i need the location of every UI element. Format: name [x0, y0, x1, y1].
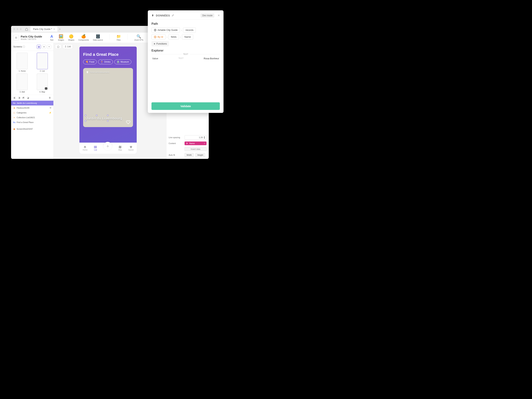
- phone-preview: Find a Great Place 🍕Food 🍷Drinks 🏛️Museu…: [79, 47, 137, 154]
- new-tab-button[interactable]: +: [59, 27, 61, 31]
- close-icon[interactable]: ×: [54, 28, 55, 31]
- path-name[interactable]: Name: [182, 34, 193, 39]
- layer-icon-4[interactable]: ◪: [26, 96, 30, 99]
- path-byid[interactable]: By Id: [152, 34, 165, 39]
- screen-thumb-home[interactable]: 1. Home: [13, 53, 32, 72]
- screen-thumb-list[interactable]: 2. List: [33, 53, 52, 72]
- layer-delete-icon[interactable]: 🗑: [48, 96, 51, 99]
- tool-components[interactable]: 🍊Components: [78, 34, 89, 41]
- layer-item[interactable]: AaJardin du Luxembourg: [11, 101, 53, 106]
- nav-home[interactable]: Home: [82, 145, 88, 151]
- data-icon[interactable]: ⚡: [49, 112, 51, 114]
- data-panel-title: DONNÉES: [156, 14, 170, 17]
- linespacing-input[interactable]: 1.20▲▼: [184, 135, 207, 140]
- layer-item[interactable]: ≡Collection-List16621: [11, 115, 53, 120]
- validate-button[interactable]: Validate: [152, 102, 220, 110]
- layers-toolbar: ◧ ◨ ◩ ◪ 🗑: [11, 95, 53, 101]
- path-section-label: Path: [152, 22, 220, 25]
- tab-title: Paris City Guide *: [33, 28, 52, 31]
- insert-data-button[interactable]: Insert data: [184, 147, 207, 151]
- text-icon: Aa: [13, 102, 16, 104]
- plug-icon: [152, 14, 154, 17]
- project-subtitle: Mobile / 667x375: [21, 38, 42, 40]
- layer-icon-2[interactable]: ◨: [17, 96, 21, 99]
- nav-map[interactable]: Map: [118, 145, 122, 151]
- explorer-value-row: Value TEXT Rosa Bonheur: [152, 55, 220, 62]
- tool-datasource[interactable]: 🗄️Data source: [93, 34, 103, 41]
- add-screen-button[interactable]: +: [47, 45, 51, 49]
- heart-icon[interactable]: [126, 120, 130, 125]
- location-label: 7ème arrondissement: [86, 71, 109, 74]
- breadcrumb-current[interactable]: 2. List: [63, 44, 73, 49]
- visibility-icon[interactable]: 👁: [50, 107, 51, 109]
- bottom-nav: Home List + Map Saved: [79, 143, 137, 154]
- autofit-height-button[interactable]: Height: [195, 153, 205, 157]
- nav-saved[interactable]: Saved: [128, 145, 133, 151]
- content-data-tag[interactable]: Name ×: [184, 141, 207, 145]
- layer-item[interactable]: AaFind a Great Place: [11, 120, 53, 125]
- tab-project[interactable]: Paris City Guide * ×: [31, 27, 57, 32]
- path-records[interactable]: records: [183, 27, 196, 33]
- prop-linespacing-label: Line spacing: [169, 136, 183, 139]
- svg-point-6: [94, 146, 95, 146]
- view-list-icon[interactable]: ≡: [42, 45, 46, 49]
- layer-item[interactable]: ⊞Flexbox26199👁: [11, 106, 53, 110]
- close-icon[interactable]: ×: [218, 13, 220, 18]
- layer-item[interactable]: ▣ScreenShot23247: [11, 127, 53, 131]
- place-name[interactable]: Jardin du Luxembourg: [86, 117, 122, 120]
- functions-button[interactable]: + Functions: [152, 41, 169, 46]
- tool-images[interactable]: 🖼️Images: [58, 34, 64, 41]
- tool-zoom[interactable]: 🔍Zoom 97%: [134, 34, 143, 41]
- type-badge: TEXT: [182, 53, 190, 55]
- screens-label: Screens ⓘ: [13, 45, 25, 48]
- list-icon: ≡: [13, 116, 16, 119]
- left-panel: Screens ⓘ ▦ ≡ + 1. Home 2. List 3. Add 5…: [11, 43, 54, 159]
- category-chip[interactable]: 🏛️Museum: [114, 59, 131, 64]
- path-fields[interactable]: fields: [168, 34, 179, 39]
- chevron-right-icon: ›: [181, 27, 182, 33]
- view-grid-icon[interactable]: ▦: [37, 45, 41, 49]
- nav-add-button[interactable]: +: [103, 142, 112, 150]
- screen-thumb-map[interactable]: 54. Map: [33, 74, 52, 93]
- nav-list[interactable]: List: [94, 145, 97, 151]
- text-icon: Aa: [13, 121, 16, 124]
- path-source[interactable]: Airtable City Guide: [152, 27, 180, 33]
- project-info: Paris City Guide Mobile / 667x375: [21, 35, 42, 40]
- edit-icon[interactable]: [171, 14, 174, 17]
- flexbox-icon: ⊞: [13, 107, 16, 109]
- layer-icon-1[interactable]: ◧: [13, 96, 16, 99]
- explorer-section-label: Explorer: [152, 49, 220, 52]
- category-icon: ▢: [13, 111, 16, 114]
- prop-autofit-label: Auto fit: [169, 154, 183, 156]
- svg-point-10: [155, 37, 156, 37]
- remove-icon[interactable]: ×: [204, 142, 205, 145]
- chevron-right-icon: ›: [167, 34, 168, 39]
- window-controls[interactable]: [13, 28, 22, 30]
- data-panel: DONNÉES Dev mode × Path Airtable City Gu…: [148, 10, 223, 113]
- chevron-right-icon: ›: [180, 34, 181, 39]
- breadcrumb-home-icon[interactable]: [55, 44, 61, 49]
- tool-files[interactable]: 📁Files: [116, 34, 121, 41]
- tool-shapes[interactable]: 🟡Shapes: [68, 34, 75, 41]
- menu-icon[interactable]: [13, 35, 19, 40]
- image-icon: ▣: [13, 128, 16, 130]
- screen-thumb-add[interactable]: 3. Add: [13, 74, 32, 93]
- layer-icon-3[interactable]: ◩: [22, 96, 25, 99]
- autofit-width-button[interactable]: Width: [184, 153, 194, 157]
- prop-content-label: Content: [169, 142, 183, 145]
- svg-point-8: [94, 148, 95, 148]
- category-chip[interactable]: 🍕Food: [83, 59, 97, 64]
- category-chip[interactable]: 🍷Drinks: [98, 59, 113, 64]
- tool-text[interactable]: AText: [50, 34, 54, 41]
- screen-title: Find a Great Place: [79, 47, 137, 59]
- layer-item[interactable]: ▢Categories⚡: [11, 110, 53, 115]
- project-name: Paris City Guide: [21, 35, 42, 38]
- svg-point-7: [94, 147, 95, 147]
- dev-mode-toggle[interactable]: Dev mode: [201, 13, 215, 18]
- home-icon[interactable]: [24, 26, 29, 32]
- place-card[interactable]: 7ème arrondissement Jardin du Luxembourg: [83, 68, 133, 127]
